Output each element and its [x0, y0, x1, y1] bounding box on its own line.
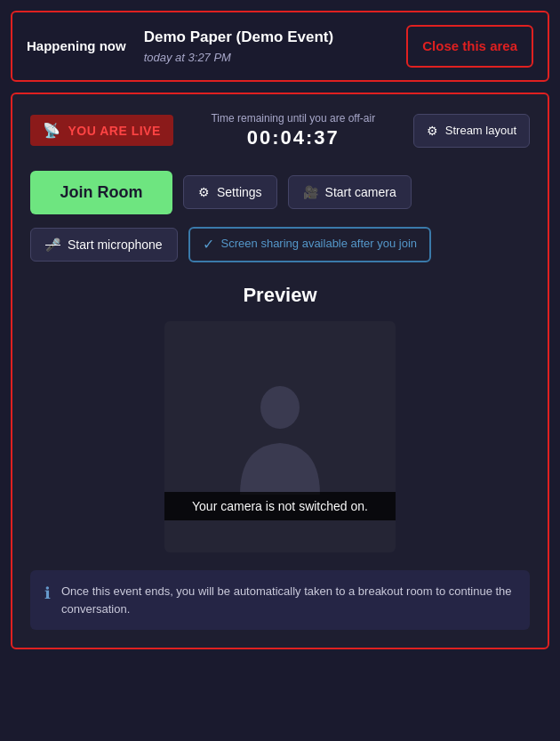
controls-row-2: 🎤 Start microphone ✓ Screen sharing avai…	[30, 227, 530, 263]
camera-off-message: Your camera is not switched on.	[164, 492, 396, 520]
start-mic-label: Start microphone	[68, 238, 163, 252]
info-bar: ℹ Once this event ends, you will be auto…	[30, 570, 530, 630]
controls-row-1: Join Room ⚙ Settings 🎥 Start camera	[30, 171, 530, 214]
start-camera-label: Start camera	[325, 185, 396, 199]
happening-now-label: Happening now	[27, 37, 126, 55]
live-badge-text: YOU ARE LIVE	[68, 124, 161, 138]
event-title: Demo Paper (Demo Event)	[144, 28, 396, 47]
info-message: Once this event ends, you will be automa…	[61, 583, 516, 617]
camera-icon: 🎥	[303, 185, 318, 199]
live-bar: 📡 YOU ARE LIVE Time remaining until you …	[30, 112, 530, 149]
close-area-button[interactable]: Close this area	[406, 25, 533, 68]
check-icon: ✓	[203, 236, 214, 254]
time-remaining-block: Time remaining until you are off-air 00:…	[173, 112, 413, 149]
time-label: Time remaining until you are off-air	[188, 112, 399, 125]
live-icon: 📡	[43, 122, 61, 139]
person-silhouette	[231, 379, 329, 495]
start-microphone-button[interactable]: 🎤 Start microphone	[30, 228, 178, 262]
top-banner: Happening now Demo Paper (Demo Event) to…	[11, 11, 549, 82]
preview-title: Preview	[30, 284, 530, 307]
preview-container: Your camera is not switched on.	[164, 321, 396, 552]
event-time: today at 3:27 PM	[144, 51, 396, 64]
info-icon: ℹ	[44, 584, 51, 603]
stream-layout-label: Stream layout	[445, 124, 516, 137]
time-value: 00:04:37	[188, 126, 399, 149]
live-badge: 📡 YOU ARE LIVE	[30, 115, 173, 146]
gear-icon: ⚙	[427, 124, 438, 138]
event-info: Demo Paper (Demo Event) today at 3:27 PM	[137, 28, 396, 64]
svg-point-0	[260, 386, 300, 429]
mic-icon: 🎤	[45, 238, 60, 252]
settings-gear-icon: ⚙	[198, 185, 210, 199]
settings-label: Settings	[217, 185, 262, 199]
screen-share-info: ✓ Screen sharing available after you joi…	[188, 227, 431, 263]
main-area: 📡 YOU ARE LIVE Time remaining until you …	[11, 93, 549, 650]
stream-layout-button[interactable]: ⚙ Stream layout	[413, 114, 530, 148]
join-room-button[interactable]: Join Room	[30, 171, 172, 214]
settings-button[interactable]: ⚙ Settings	[183, 175, 277, 209]
start-camera-button[interactable]: 🎥 Start camera	[288, 175, 412, 209]
screen-share-text: Screen sharing available after you join	[221, 237, 417, 252]
